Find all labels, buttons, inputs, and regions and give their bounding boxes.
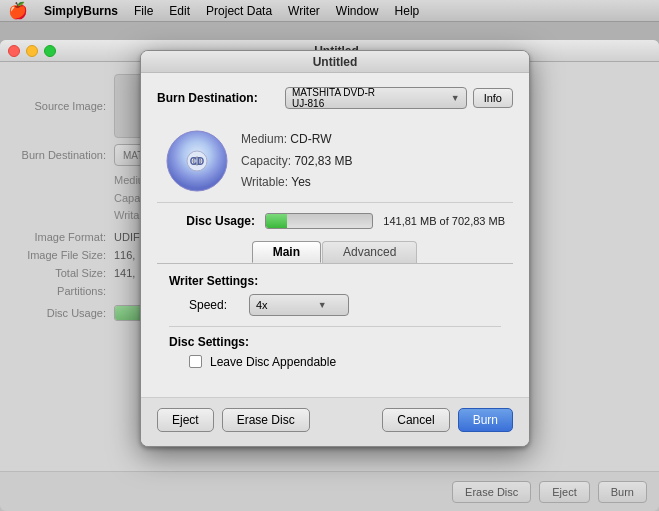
- bg-partitions-label: Partitions:: [16, 285, 106, 297]
- menu-writer[interactable]: Writer: [288, 4, 320, 18]
- speed-select-arrow-icon: ▼: [318, 300, 327, 310]
- select-arrow-icon: ▼: [451, 93, 460, 103]
- tabs-row: Main Advanced: [157, 241, 513, 264]
- menubar: 🍎 SimplyBurns File Edit Project Data Wri…: [0, 0, 659, 22]
- apple-menu[interactable]: 🍎: [8, 1, 28, 20]
- speed-row: Speed: 4x ▼: [169, 294, 501, 316]
- bg-format-value: UDIF: [114, 231, 140, 243]
- burn-dest-select[interactable]: MATSHITA DVD-R UJ-816 ▼: [285, 87, 467, 109]
- leave-appendable-row: Leave Disc Appendable: [169, 355, 501, 369]
- maximize-button[interactable]: [44, 45, 56, 57]
- burn-dest-value: MATSHITA DVD-R UJ-816: [292, 87, 391, 109]
- tab-main[interactable]: Main: [252, 241, 321, 263]
- bg-format-label: Image Format:: [16, 231, 106, 243]
- speed-label: Speed:: [189, 298, 239, 312]
- disc-usage-text: 141,81 MB of 702,83 MB: [383, 215, 505, 227]
- burn-dest-label: Burn Destination:: [157, 91, 277, 105]
- speed-select[interactable]: 4x ▼: [249, 294, 349, 316]
- bg-dest-label: Burn Destination:: [16, 149, 106, 161]
- cancel-button[interactable]: Cancel: [382, 408, 449, 432]
- eject-button[interactable]: Eject: [157, 408, 214, 432]
- app-name[interactable]: SimplyBurns: [44, 4, 118, 18]
- writer-settings-section: Writer Settings: Speed: 4x ▼: [157, 274, 513, 316]
- speed-value: 4x: [256, 299, 268, 311]
- writer-settings-title: Writer Settings:: [169, 274, 501, 288]
- menu-help[interactable]: Help: [395, 4, 420, 18]
- divider: [169, 326, 501, 327]
- burn-dest-select-container: MATSHITA DVD-R UJ-816 ▼ Info: [285, 87, 513, 109]
- bg-totalsize-label: Total Size:: [16, 267, 106, 279]
- disc-settings-section: Disc Settings: Leave Disc Appendable: [157, 335, 513, 369]
- bg-source-label: Source Image:: [16, 100, 106, 112]
- menu-project-data[interactable]: Project Data: [206, 4, 272, 18]
- modal-titlebar: Untitled: [141, 51, 529, 73]
- menu-edit[interactable]: Edit: [169, 4, 190, 18]
- burn-button[interactable]: Burn: [458, 408, 513, 432]
- disc-usage-row: Disc Usage: 141,81 MB of 702,83 MB: [157, 213, 513, 229]
- menu-window[interactable]: Window: [336, 4, 379, 18]
- info-button[interactable]: Info: [473, 88, 513, 108]
- minimize-button[interactable]: [26, 45, 38, 57]
- modal-body: Burn Destination: MATSHITA DVD-R UJ-816 …: [141, 73, 529, 397]
- erase-disc-button[interactable]: Erase Disc: [222, 408, 310, 432]
- svg-text:CD: CD: [190, 156, 204, 167]
- medium-info-area: CD Medium: CD-RW Capacity: 702,83 MB Wri…: [157, 121, 513, 203]
- bg-filesize-value: 116,: [114, 249, 135, 261]
- modal-title: Untitled: [313, 55, 358, 69]
- medium-details: Medium: CD-RW Capacity: 702,83 MB Writab…: [241, 129, 352, 194]
- bg-bottom-bar: Erase Disc Eject Burn: [0, 471, 659, 511]
- disc-usage-label: Disc Usage:: [165, 214, 255, 228]
- disc-usage-fill: [266, 214, 287, 228]
- burn-dialog: Untitled Burn Destination: MATSHITA DVD-…: [140, 50, 530, 447]
- disc-usage-progress: [265, 213, 373, 229]
- bg-erase-disc-button[interactable]: Erase Disc: [452, 481, 531, 503]
- cd-icon: CD: [165, 129, 229, 193]
- leave-appendable-label: Leave Disc Appendable: [210, 355, 336, 369]
- disc-settings-title: Disc Settings:: [169, 335, 501, 349]
- footer-right-buttons: Cancel Burn: [382, 408, 513, 432]
- tab-advanced[interactable]: Advanced: [322, 241, 417, 263]
- close-button[interactable]: [8, 45, 20, 57]
- footer-left-buttons: Eject Erase Disc: [157, 408, 310, 432]
- bg-totalsize-value: 141,: [114, 267, 135, 279]
- menu-file[interactable]: File: [134, 4, 153, 18]
- bg-eject-button[interactable]: Eject: [539, 481, 589, 503]
- bg-filesize-label: Image File Size:: [16, 249, 106, 261]
- burn-dest-row: Burn Destination: MATSHITA DVD-R UJ-816 …: [157, 87, 513, 109]
- bg-burn-button[interactable]: Burn: [598, 481, 647, 503]
- bg-disc-usage-label: Disc Usage:: [16, 307, 106, 319]
- modal-footer: Eject Erase Disc Cancel Burn: [141, 397, 529, 446]
- leave-appendable-checkbox[interactable]: [189, 355, 202, 368]
